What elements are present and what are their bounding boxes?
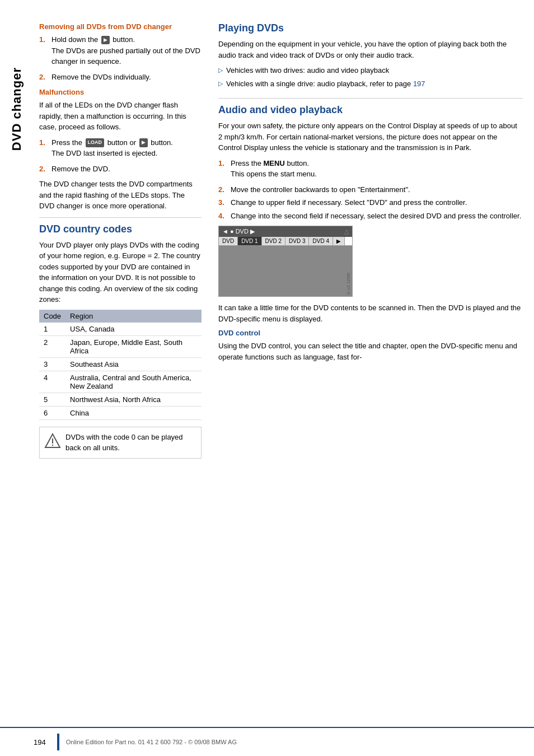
dvd-control-title: DVD control — [218, 329, 523, 337]
bullet-icon: ▷ — [218, 79, 223, 88]
footer: 194 Online Edition for Part no. 01 41 2 … — [0, 727, 534, 756]
removing-list: 1. Hold down the ▶ button. The DVDs are … — [39, 34, 202, 82]
sidebar: DVD changer — [0, 0, 34, 756]
table-row: 5 Northwest Asia, North Africa — [39, 393, 202, 406]
code-cell: 5 — [39, 393, 65, 406]
dvd-display: ◄ ● DVD ▶ △ DVD DVD 1 DVD 2 DVD 3 DVD 4 … — [218, 226, 353, 297]
section-divider — [39, 217, 202, 218]
left-column: Removing all DVDs from DVD changer 1. Ho… — [39, 22, 213, 734]
step-content: Change to upper field if necessary. Sele… — [231, 197, 523, 208]
step-content: Remove the DVDs individually. — [51, 72, 202, 83]
dvd-control-section: DVD control Using the DVD control, you c… — [218, 329, 523, 362]
step-content: Remove the DVD. — [51, 164, 202, 175]
step-subtext: The DVDs are pushed partially out of the… — [51, 45, 202, 67]
bullet-icon: ▷ — [218, 66, 223, 75]
bullet-text: Vehicles with a single drive: audio play… — [226, 78, 425, 90]
section-divider2 — [218, 98, 523, 99]
dvd-header-left: ◄ ● DVD ▶ — [222, 228, 255, 235]
dvd-tab-dvd[interactable]: DVD — [219, 237, 238, 245]
list-item: 2. Remove the DVDs individually. — [39, 72, 202, 83]
list-item: 1. Hold down the ▶ button. The DVDs are … — [39, 34, 202, 69]
list-item: 2. Remove the DVD. — [39, 164, 202, 175]
note-text: DVDs with the code 0 can be played back … — [65, 432, 196, 454]
code-cell: 1 — [39, 323, 65, 336]
bullet-item: ▷ Vehicles with a single drive: audio pl… — [218, 78, 523, 90]
svg-point-2 — [52, 444, 53, 445]
code-cell: 4 — [39, 371, 65, 393]
footer-text: Online Edition for Part no. 01 41 2 600 … — [66, 739, 237, 745]
list-item: 1. Press the MENU button. This opens the… — [218, 158, 523, 182]
dvd-tab-3[interactable]: DVD 3 — [285, 237, 309, 245]
step-content: Move the controller backwards to open "E… — [231, 184, 523, 195]
step-content: Change into the second field if necessar… — [231, 211, 523, 222]
malfunctions-section: Malfunctions If all of the LEDs on the D… — [39, 88, 202, 212]
step-num: 1. — [39, 137, 51, 161]
step-num: 3. — [218, 197, 231, 208]
step-num: 2. — [39, 164, 51, 175]
step-num: 1. — [218, 158, 231, 182]
step-num: 2. — [39, 72, 51, 83]
footer-divider — [57, 734, 59, 750]
table-row: 2 Japan, Europe, Middle East, South Afri… — [39, 335, 202, 357]
region-cell: Australia, Central and South America, Ne… — [65, 371, 202, 393]
malfunctions-body: If all of the LEDs on the DVD changer fl… — [39, 100, 202, 133]
table-body: 1 USA, Canada 2 Japan, Europe, Middle Ea… — [39, 323, 202, 420]
dvd-watermark: © LC 12345 — [346, 273, 350, 295]
list-item: 1. Press the LOAD button or ▶ button. Th… — [39, 137, 202, 161]
dvd-tab-2[interactable]: DVD 2 — [262, 237, 285, 245]
malfunction-steps: 1. Press the LOAD button or ▶ button. Th… — [39, 137, 202, 175]
playing-dvds-section: Playing DVDs Depending on the equipment … — [218, 22, 523, 89]
region-cell: Japan, Europe, Middle East, South Africa — [65, 335, 202, 357]
dvd-header: ◄ ● DVD ▶ △ — [219, 226, 352, 237]
load-button-icon: LOAD — [86, 138, 105, 147]
region-cell: Northwest Asia, North Africa — [65, 393, 202, 406]
step-num: 2. — [218, 184, 231, 195]
table-row: 3 Southeast Asia — [39, 357, 202, 371]
audio-video-section: Audio and video playback For your own sa… — [218, 104, 523, 362]
col-region: Region — [65, 310, 202, 323]
table-row: 4 Australia, Central and South America, … — [39, 371, 202, 393]
malfunctions-title: Malfunctions — [39, 88, 202, 96]
dvd-body: © LC 12345 — [219, 246, 352, 296]
bullet-item: ▷ Vehicles with two drives: audio and vi… — [218, 65, 523, 76]
step-content: Hold down the ▶ button. The DVDs are pus… — [51, 34, 202, 69]
note-box: DVDs with the code 0 can be played back … — [39, 427, 202, 459]
dvd-tabs: DVD DVD 1 DVD 2 DVD 3 DVD 4 ▶ — [219, 237, 352, 246]
step-num: 1. — [39, 34, 51, 69]
country-code-table: Code Region 1 USA, Canada 2 Japan, Europ… — [39, 310, 202, 420]
step-subtext: This opens the start menu. — [231, 169, 523, 180]
dvd-tab-1[interactable]: DVD 1 — [238, 237, 261, 245]
step-subtext: The DVD last inserted is ejected. — [51, 148, 202, 159]
dvd-tab-more[interactable]: ▶ — [333, 237, 345, 245]
region-cell: China — [65, 406, 202, 419]
main-content: Removing all DVDs from DVD changer 1. Ho… — [34, 0, 534, 756]
playing-dvds-body: Depending on the equipment in your vehic… — [218, 39, 523, 60]
dvd-tab-4[interactable]: DVD 4 — [309, 237, 332, 245]
malfunction-closing: The DVD changer tests the DVD compartmen… — [39, 179, 202, 212]
table-row: 6 China — [39, 406, 202, 419]
eject-button-icon2: ▶ — [139, 138, 148, 147]
audio-video-body: For your own safety, the picture only ap… — [218, 120, 523, 153]
col-code: Code — [39, 310, 65, 323]
page-ref: 197 — [413, 80, 425, 88]
dvd-country-section: DVD country codes Your DVD player only p… — [39, 223, 202, 459]
dvd-caption: It can take a little time for the DVD co… — [218, 302, 523, 324]
note-triangle-icon — [44, 432, 61, 449]
eject-button-icon: ▶ — [101, 36, 110, 45]
region-cell: Southeast Asia — [65, 357, 202, 371]
code-cell: 3 — [39, 357, 65, 371]
list-item: 3. Change to upper field if necessary. S… — [218, 197, 523, 208]
dvd-country-title: DVD country codes — [39, 223, 202, 235]
removing-title: Removing all DVDs from DVD changer — [39, 22, 202, 31]
playing-dvds-title: Playing DVDs — [218, 22, 523, 34]
table-row: 1 USA, Canada — [39, 323, 202, 336]
footer-page-number: 194 — [34, 738, 46, 746]
list-item: 4. Change into the second field if neces… — [218, 211, 523, 222]
audio-steps: 1. Press the MENU button. This opens the… — [218, 158, 523, 222]
removing-section: Removing all DVDs from DVD changer 1. Ho… — [39, 22, 202, 82]
dvd-control-body: Using the DVD control, you can select th… — [218, 340, 523, 362]
table-header: Code Region — [39, 310, 202, 323]
menu-bold: MENU — [264, 159, 285, 167]
page-container: DVD changer Removing all DVDs from DVD c… — [0, 0, 534, 756]
code-cell: 6 — [39, 406, 65, 419]
